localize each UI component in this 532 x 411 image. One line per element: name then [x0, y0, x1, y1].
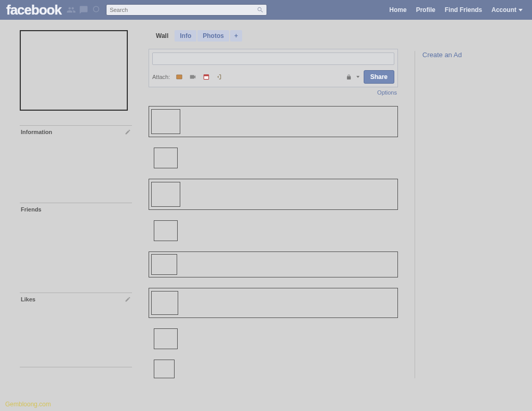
nav-find-friends[interactable]: Find Friends — [445, 6, 482, 14]
nav-home[interactable]: Home — [389, 6, 406, 14]
top-nav-bar: facebook Home Profile Find Friends Accou… — [0, 0, 532, 20]
likes-header: Likes — [20, 293, 132, 304]
search-input[interactable] — [106, 4, 267, 16]
post-avatar[interactable] — [151, 291, 178, 315]
page-body: Information Friends Likes Wall Info Phot… — [0, 20, 532, 378]
composer-toolbar: Attach: — [152, 65, 394, 84]
wall-post — [149, 106, 398, 137]
friends-title: Friends — [21, 206, 42, 213]
attach-event-icon[interactable] — [202, 73, 210, 81]
post-avatar[interactable] — [154, 220, 178, 241]
attach-link-icon[interactable] — [216, 73, 224, 81]
information-header: Information — [20, 125, 132, 137]
post-avatar[interactable] — [151, 182, 180, 207]
wall-post — [149, 288, 398, 318]
friend-requests-icon[interactable] — [66, 5, 76, 15]
post-avatar[interactable] — [154, 328, 178, 349]
wall-feed — [149, 106, 398, 378]
tab-add[interactable]: + — [230, 30, 242, 42]
post-avatar[interactable] — [151, 254, 177, 275]
post-avatar[interactable] — [151, 109, 180, 134]
wall-post — [149, 251, 398, 277]
attach-icons — [175, 73, 224, 81]
tab-wall[interactable]: Wall — [151, 30, 174, 42]
pencil-icon[interactable] — [125, 296, 131, 302]
svg-rect-0 — [177, 75, 182, 79]
notification-icons — [66, 5, 101, 15]
nav-account-label: Account — [491, 6, 516, 14]
tab-photos[interactable]: Photos — [197, 30, 229, 42]
wall-post-small — [149, 360, 398, 378]
search-container — [106, 4, 267, 16]
options-link[interactable]: Options — [149, 87, 398, 96]
chevron-down-icon[interactable] — [356, 76, 360, 78]
center-column: Wall Info Photos + Attach: — [149, 30, 398, 378]
tab-info[interactable]: Info — [175, 30, 196, 42]
profile-tabs: Wall Info Photos + — [151, 30, 398, 42]
post-avatar[interactable] — [154, 360, 175, 378]
attach-video-icon[interactable] — [189, 73, 197, 81]
status-input[interactable] — [152, 52, 394, 65]
create-ad-link[interactable]: Create an Ad — [422, 51, 462, 59]
wall-post-small — [149, 328, 398, 349]
messages-icon[interactable] — [79, 5, 88, 15]
nav-account[interactable]: Account — [491, 6, 523, 14]
likes-title: Likes — [21, 296, 35, 302]
search-icon[interactable] — [257, 6, 264, 14]
status-composer: Attach: — [149, 49, 398, 87]
attach-photo-icon[interactable] — [175, 73, 183, 81]
privacy-lock-icon[interactable] — [346, 74, 352, 80]
facebook-logo[interactable]: facebook — [5, 2, 62, 18]
wall-post-small — [149, 148, 398, 168]
post-avatar[interactable] — [154, 148, 178, 168]
information-title: Information — [21, 129, 52, 135]
pencil-icon[interactable] — [125, 129, 131, 135]
attach-label: Attach: — [152, 74, 170, 80]
nav-right: Home Profile Find Friends Account — [389, 6, 527, 14]
share-button[interactable]: Share — [364, 70, 394, 84]
wall-post-small — [149, 220, 398, 241]
right-column: Create an Ad — [415, 51, 518, 378]
svg-rect-2 — [204, 75, 209, 76]
left-column: Information Friends Likes — [20, 30, 132, 378]
watermark: Gembloong.com — [5, 401, 51, 408]
friends-header: Friends — [20, 203, 132, 215]
wall-post — [149, 179, 398, 210]
profile-photo[interactable] — [20, 30, 128, 111]
notifications-icon[interactable] — [91, 5, 101, 15]
nav-profile[interactable]: Profile — [416, 6, 435, 14]
chevron-down-icon — [518, 9, 523, 11]
